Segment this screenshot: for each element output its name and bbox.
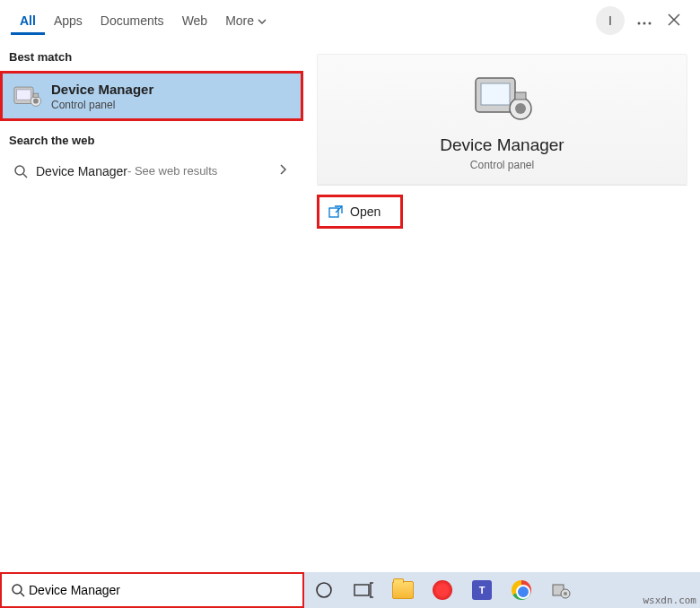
tab-more-label: More (225, 13, 254, 28)
svg-point-19 (13, 585, 22, 594)
svg-point-28 (564, 592, 567, 595)
svg-line-20 (21, 593, 24, 596)
search-box[interactable] (0, 572, 304, 608)
best-match-result[interactable]: Device Manager Control panel (0, 71, 303, 121)
avatar[interactable]: I (596, 6, 625, 35)
teams-icon[interactable]: T (469, 578, 494, 603)
watermark: wsxdn.com (643, 595, 696, 606)
svg-line-6 (23, 174, 27, 178)
section-search-web-label: Search the web (0, 125, 303, 154)
svg-rect-1 (17, 90, 31, 100)
header-actions-row: I (304, 0, 700, 41)
svg-point-5 (15, 166, 24, 175)
tab-web[interactable]: Web (173, 6, 217, 35)
open-action[interactable]: Open (317, 195, 403, 229)
svg-point-7 (638, 22, 641, 25)
right-column: I Device Manager Control panel (304, 0, 700, 570)
web-result-suffix: - See web results (127, 164, 217, 178)
web-result-item[interactable]: Device Manager - See web results (0, 154, 303, 187)
tab-all[interactable]: All (11, 6, 45, 35)
chevron-down-icon (258, 17, 267, 26)
preview-card: Device Manager Control panel (317, 54, 687, 185)
filter-tabs-row: All Apps Documents Web More (0, 0, 303, 41)
opera-icon[interactable] (430, 578, 455, 603)
open-label: Open (350, 204, 381, 219)
ellipsis-icon (637, 22, 652, 25)
best-match-title: Device Manager (51, 82, 153, 97)
svg-rect-17 (329, 208, 338, 217)
web-result-term: Device Manager (36, 164, 127, 178)
svg-point-3 (33, 99, 39, 104)
best-match-text: Device Manager Control panel (51, 82, 153, 111)
svg-rect-4 (33, 93, 39, 97)
device-manager-taskbar-icon[interactable] (548, 578, 573, 603)
search-icon (11, 583, 25, 597)
search-input[interactable] (25, 578, 293, 603)
tab-more[interactable]: More (216, 6, 276, 35)
svg-point-9 (649, 22, 652, 25)
device-manager-large-icon (468, 71, 537, 125)
preview-title: Device Manager (440, 135, 564, 155)
tab-apps[interactable]: Apps (45, 6, 92, 35)
close-icon (668, 13, 680, 26)
svg-rect-16 (515, 92, 526, 100)
search-icon (11, 164, 31, 178)
svg-rect-13 (481, 83, 510, 105)
svg-point-15 (515, 103, 526, 114)
svg-point-8 (643, 22, 646, 25)
left-column: All Apps Documents Web More Best match (0, 0, 304, 570)
section-best-match-label: Best match (0, 41, 303, 71)
tab-documents[interactable]: Documents (92, 6, 173, 35)
close-button[interactable] (659, 6, 689, 36)
svg-rect-22 (354, 585, 369, 595)
taskbar: T (304, 572, 700, 608)
cortana-icon[interactable] (311, 578, 337, 603)
search-results-panel: All Apps Documents Web More Best match (0, 0, 700, 570)
chevron-right-icon (278, 163, 287, 178)
chrome-icon[interactable] (509, 578, 534, 603)
open-icon (328, 205, 343, 218)
divider (317, 185, 687, 186)
file-explorer-icon[interactable] (390, 578, 416, 603)
preview-subtitle: Control panel (470, 159, 534, 171)
best-match-subtitle: Control panel (51, 99, 153, 111)
svg-point-21 (317, 583, 331, 597)
task-view-icon[interactable] (351, 578, 376, 603)
device-manager-icon (12, 81, 42, 111)
more-options-button[interactable] (630, 6, 659, 35)
